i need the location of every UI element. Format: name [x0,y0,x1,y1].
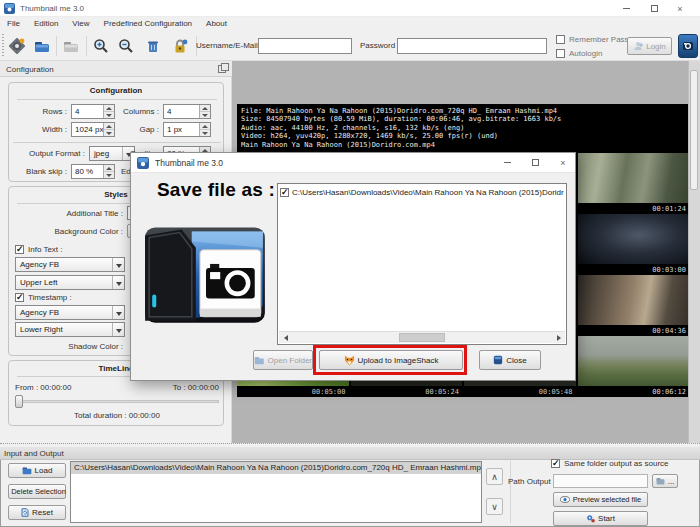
info-text-label: Info Text : [28,245,63,254]
username-input[interactable] [258,38,352,54]
dialog-title-bar: Thumbnail me 3.0 × [131,153,575,173]
trash-icon [145,38,161,54]
app-icon [4,3,15,14]
chevron-down-icon [112,306,124,319]
close-button[interactable]: × [672,2,688,15]
app-logo-icon [682,40,694,52]
menu-item[interactable]: File [0,17,27,30]
password-input[interactable] [397,38,547,54]
load-video-button[interactable] [31,35,53,57]
menu-item[interactable]: View [65,17,96,30]
same-folder-checkbox[interactable] [551,459,560,468]
toolbar-separator [56,36,57,56]
remember-password-checkbox[interactable] [556,35,565,44]
zoom-out-button[interactable] [115,35,137,57]
total-duration-label: Total duration : 00:00:00 [9,411,225,420]
blank-skip-spinner[interactable]: 80 % [71,164,115,179]
open-folder-toolbar-button[interactable] [60,35,82,57]
file-checkbox[interactable] [280,188,289,197]
gap-spinner[interactable]: 1 px [163,122,211,137]
move-down-button[interactable]: ∨ [486,498,503,515]
dialog-close-button[interactable]: × [555,156,571,169]
info-position-select[interactable]: Upper Left [15,275,125,290]
maximize-icon [532,159,539,166]
settings-button[interactable] [6,35,28,57]
saved-file-item[interactable]: C:\Users\Hasan\Downloads\Video\Main Raho… [280,186,564,198]
width-label: Width : [19,125,67,134]
settings-icon [9,38,25,54]
info-text-checkbox[interactable] [15,245,24,254]
rows-spinner[interactable]: 4 [71,104,115,119]
open-folder-button[interactable]: Open Folder [253,350,313,370]
columns-spinner[interactable]: 4 [163,104,211,119]
dialog-maximize-button[interactable] [527,156,543,169]
login-button[interactable]: Login [627,37,672,55]
float-panel-icon[interactable] [218,65,226,73]
video-thumbnail: 00:06:12 [578,336,690,397]
thumbnail-timestamp: 00:05:48 [464,386,576,397]
gap-label: Gap : [115,125,159,134]
delete-button[interactable] [142,35,164,57]
timestamp-checkbox[interactable] [15,293,24,302]
start-icon [586,514,595,523]
list-horizontal-scrollbar[interactable] [279,331,565,343]
upload-to-imageshack-button[interactable]: Upload to ImageShack [319,350,463,370]
dialog-minimize-button[interactable] [499,156,515,169]
close-window-icon [493,355,503,365]
chevron-down-icon [112,258,124,271]
start-button[interactable]: Start [553,511,648,526]
maximize-button[interactable] [646,2,662,15]
timeline-slider-handle[interactable] [15,395,23,408]
load-button[interactable]: Load [8,463,66,478]
chevron-down-icon [112,276,124,289]
zoom-out-icon [118,38,134,54]
login-icon [633,41,643,51]
preview-scrollbar-thumb[interactable] [690,70,698,190]
dialog-app-icon [137,157,149,169]
autologin-checkbox[interactable] [556,49,565,58]
rows-label: Rows : [19,107,67,116]
timeline-slider-track[interactable] [15,400,219,403]
autologin-label: Autologin [569,49,602,58]
width-spinner[interactable]: 1024 px [71,122,115,137]
minimize-button[interactable] [618,2,634,15]
configuration-dock-title: Configuration [6,65,54,74]
app-logo-button[interactable] [678,34,698,58]
close-dialog-button[interactable]: Close [479,350,541,370]
menu-bar: FileEditionViewPredefined ConfigurationA… [0,17,700,30]
timeline-from-label: From : 00:00:00 [15,383,71,392]
zoom-in-button[interactable] [90,35,112,57]
login-lock-button[interactable] [169,35,191,57]
info-font-select[interactable]: Agency FB [15,257,125,272]
dialog-title: Thumbnail me 3.0 [155,158,223,168]
timestamp-font-select[interactable]: Agency FB [15,305,125,320]
scroll-right-arrow[interactable] [552,332,565,343]
menu-item[interactable]: About [199,17,234,30]
shadow-color-label: Shadow Color : [19,342,123,351]
main-window: Thumbnail me 3.0 × FileEditionViewPredef… [0,0,700,527]
reset-button[interactable]: Reset [8,505,66,520]
save-file-dialog: Thumbnail me 3.0 × Save file as : [130,152,576,381]
scrollbar-thumb[interactable] [399,333,445,342]
move-up-button[interactable]: ∧ [486,468,503,485]
video-info-line: Main Rahoon Ya Na Rahoon (2015)Doridro.c… [241,141,685,149]
scroll-left-arrow[interactable] [279,332,292,343]
delete-selection-button[interactable]: Delete Selection [8,484,66,499]
minimize-icon [504,162,511,163]
io-divider [510,461,511,523]
preview-selected-file-button[interactable]: Preview selected file [553,492,648,507]
saved-files-list[interactable]: C:\Users\Hasan\Downloads\Video\Main Raho… [277,183,567,345]
timestamp-position-select[interactable]: Lower Right [15,322,125,337]
folder-icon [254,356,265,365]
file-list-item[interactable]: C:\Users\Hasan\Downloads\Video\Main Raho… [71,462,481,474]
timeline-to-label: To : 00:00:00 [119,383,219,392]
path-output-input[interactable] [553,474,648,488]
video-thumbnail-frame [578,153,690,203]
menu-item[interactable]: Edition [27,17,65,30]
menu-item[interactable]: Predefined Configuration [97,17,200,30]
toolbar-grip[interactable] [2,34,4,57]
title-bar: Thumbnail me 3.0 × [0,0,700,17]
input-file-list[interactable]: C:\Users\Hasan\Downloads\Video\Main Raho… [70,461,482,523]
dialog-heading: Save file as : [157,179,275,201]
browse-output-button[interactable]: ... [652,474,678,488]
